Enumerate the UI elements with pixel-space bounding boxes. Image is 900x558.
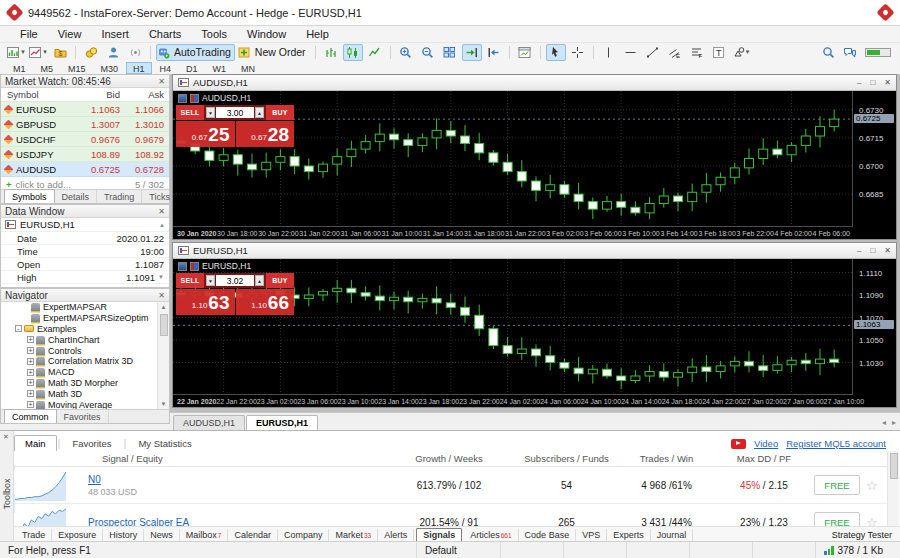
navigator-tab-favorites[interactable]: Favorites — [57, 410, 109, 423]
scrollbar-thumb[interactable] — [890, 453, 898, 479]
signals-tab-main[interactable]: Main — [14, 435, 57, 451]
chart-tab-audusdh1[interactable]: AUDUSD,H1 — [173, 415, 245, 430]
time-axis[interactable]: 30 Jan 202030 Jan 18:0030 Jan 22:0031 Ja… — [173, 226, 853, 239]
toolbox-tab-trade[interactable]: Trade — [16, 529, 52, 541]
navigator-tab-common[interactable]: Common — [4, 409, 57, 423]
new-order-button[interactable]: New Order — [237, 44, 310, 61]
toolbox-tab-vps[interactable]: VPS — [576, 529, 607, 541]
video-link[interactable]: Video — [754, 438, 778, 449]
favorite-star-icon[interactable]: ☆ — [866, 478, 878, 493]
sell-price-panel[interactable]: 1.1063 — [176, 289, 235, 315]
toolbox-tab-history[interactable]: History — [103, 529, 144, 541]
menu-tools[interactable]: Tools — [191, 27, 237, 41]
navigator-item[interactable]: +ChartInChart — [1, 334, 157, 345]
scroll-down-icon[interactable]: ▼ — [161, 399, 167, 409]
market-watch-tab-symbols[interactable]: Symbols — [4, 189, 55, 203]
sell-button[interactable]: SELL — [176, 273, 204, 288]
line-chart-button[interactable] — [365, 44, 385, 61]
toolbox-tab-alerts[interactable]: Alerts — [378, 529, 414, 541]
indicators-button[interactable] — [515, 44, 535, 61]
scroll-up-icon[interactable]: ▲ — [159, 222, 165, 228]
expander-plus-icon[interactable]: + — [27, 336, 34, 343]
toolbox-tab-mailbox[interactable]: Mailbox7 — [180, 529, 229, 541]
text-label-button[interactable]: T — [709, 44, 729, 61]
shapes-button[interactable]: ▾ — [731, 44, 751, 61]
close-icon[interactable]: ✕ — [884, 78, 891, 87]
title-bar[interactable]: 9449562 - InstaForex-Server: Demo Accoun… — [0, 0, 900, 26]
navigator-item[interactable]: +Correlation Matrix 3D — [1, 356, 157, 367]
equidistant-channel-button[interactable]: E — [665, 44, 685, 61]
chart-window-titlebar[interactable]: EURUSD,H1–□✕ — [173, 243, 896, 259]
toolbox-tab-calendar[interactable]: Calendar — [228, 529, 278, 541]
price-scale[interactable]: 1.11101.10901.10701.10501.10301.1063 — [852, 259, 896, 394]
buy-button[interactable]: BUY — [266, 105, 294, 120]
menu-charts[interactable]: Charts — [139, 27, 191, 41]
deposit-button[interactable] — [81, 44, 101, 61]
strategy-tester-label[interactable]: Strategy Tester — [832, 530, 900, 540]
buy-price-panel[interactable]: 1.1066 — [236, 289, 295, 315]
horizontal-line-button[interactable] — [621, 44, 641, 61]
maximize-icon[interactable]: □ — [870, 246, 875, 255]
buy-price-panel[interactable]: 0.6728 — [236, 121, 295, 147]
toolbox-tab-exposure[interactable]: Exposure — [52, 529, 103, 541]
navigator-header[interactable]: Navigator ✕ — [1, 289, 169, 302]
chart-window-titlebar[interactable]: AUDUSD,H1–□✕ — [173, 75, 896, 91]
lot-increase-button[interactable]: ▲ — [255, 107, 264, 118]
time-axis[interactable]: 22 Jan 202022 Jan 22:0023 Jan 02:0023 Ja… — [173, 394, 853, 407]
maximize-icon[interactable]: □ — [870, 78, 875, 87]
timeframe-h1[interactable]: H1 — [126, 62, 152, 74]
close-icon[interactable]: ✕ — [158, 77, 165, 86]
menu-view[interactable]: View — [48, 27, 92, 41]
menu-window[interactable]: Window — [237, 27, 296, 41]
chart-tab-eurusdh1[interactable]: EURUSD,H1 — [246, 415, 318, 430]
navigator-item[interactable]: +Moving Average — [1, 399, 157, 409]
expander-plus-icon[interactable]: + — [27, 401, 34, 408]
price-scale[interactable]: 0.67300.67150.67000.66850.6725 — [852, 91, 896, 226]
autotrading-button[interactable]: AutoTrading — [156, 44, 235, 61]
tab-prev-icon[interactable]: ◂ — [882, 418, 886, 427]
toolbox-tab-company[interactable]: Company — [278, 529, 330, 541]
scroll-up-icon[interactable]: ▲ — [161, 302, 167, 312]
market-watch-tab-details[interactable]: Details — [55, 190, 98, 203]
expander-minus-icon[interactable]: - — [15, 325, 22, 332]
menu-file[interactable]: File — [10, 27, 48, 41]
lot-input[interactable]: 3.00 — [216, 107, 254, 118]
tab-next-icon[interactable]: ▸ — [892, 418, 896, 427]
vertical-line-button[interactable] — [599, 44, 619, 61]
signals-tab-favorites[interactable]: Favorites — [61, 435, 122, 451]
close-icon[interactable]: ✕ — [884, 246, 891, 255]
toolbox-tab-market[interactable]: Market33 — [329, 529, 378, 541]
close-icon[interactable]: ✕ — [3, 433, 9, 441]
toolbox-tab-news[interactable]: News — [144, 529, 180, 541]
timeframe-w1[interactable]: W1 — [206, 62, 234, 74]
market-watch-row[interactable]: GBPUSD1.30071.3010 — [1, 117, 169, 132]
profiles-button[interactable]: ▾ — [28, 44, 48, 61]
sell-price-panel[interactable]: 0.6725 — [176, 121, 235, 147]
signals-tab-my-statistics[interactable]: My Statistics — [127, 435, 202, 451]
price-button[interactable]: FREE — [814, 475, 860, 495]
navigator-item[interactable]: +Math 3D Morpher — [1, 378, 157, 389]
lot-input[interactable]: 3.02 — [216, 275, 254, 286]
signal-name-link[interactable]: N0 — [88, 474, 101, 485]
timeframe-d1[interactable]: D1 — [179, 62, 205, 74]
navigator-item[interactable]: +Math 3D — [1, 388, 157, 399]
search-button[interactable] — [818, 44, 838, 61]
menu-help[interactable]: Help — [296, 27, 339, 41]
lot-decrease-button[interactable]: ▼ — [206, 275, 215, 286]
zoom-in-button[interactable] — [396, 44, 416, 61]
add-symbol-label[interactable]: click to add... — [16, 179, 71, 190]
expander-plus-icon[interactable]: + — [27, 390, 34, 397]
data-window-header[interactable]: Data Window ✕ — [1, 205, 169, 218]
tile-windows-button[interactable] — [440, 44, 460, 61]
minimize-icon[interactable]: – — [857, 246, 861, 255]
timeframe-m15[interactable]: M15 — [61, 62, 93, 74]
chat-button[interactable] — [840, 44, 860, 61]
lot-decrease-button[interactable]: ▼ — [206, 107, 215, 118]
bar-chart-button[interactable] — [321, 44, 341, 61]
register-mql5-link[interactable]: Register MQL5 account — [786, 438, 886, 449]
buy-button[interactable]: BUY — [266, 273, 294, 288]
toolbox-tab-code-base[interactable]: Code Base — [519, 529, 577, 541]
chart-shift-button[interactable] — [484, 44, 504, 61]
toolbox-tab-experts[interactable]: Experts — [607, 529, 651, 541]
timeframe-m30[interactable]: M30 — [94, 62, 126, 74]
